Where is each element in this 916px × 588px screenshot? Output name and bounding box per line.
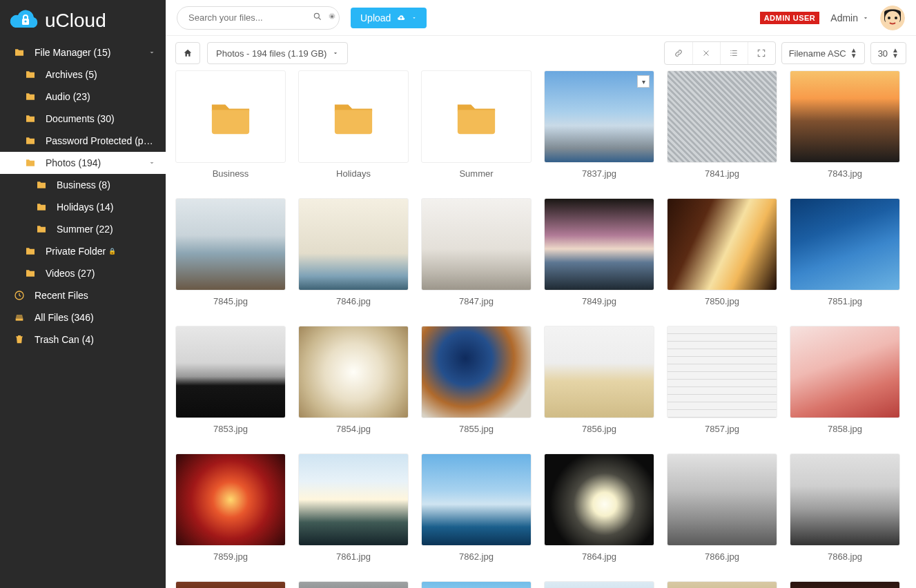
file-thumb [544,581,654,588]
folder-item[interactable]: Holidays [298,70,409,179]
pagesize-select[interactable]: 30 ▲▼ [870,42,906,64]
file-label: 7858.jpg [790,424,900,434]
nav-recent[interactable]: Recent Files [0,284,166,306]
cloud-upload-icon [396,14,406,22]
file-item[interactable] [544,581,654,588]
upload-button[interactable]: Upload [351,8,427,28]
file-item[interactable]: 7864.jpg [544,453,654,562]
file-item[interactable]: 7845.jpg [175,198,286,306]
file-thumb [544,198,654,291]
file-item[interactable] [790,581,900,588]
cloud-lock-icon [9,9,41,32]
search-input[interactable] [177,12,310,23]
file-thumb [175,326,286,418]
folder-thumb [298,70,409,163]
file-item[interactable]: 7854.jpg [298,326,409,434]
file-label: 7843.jpg [790,168,900,179]
list-view-button[interactable] [720,42,748,64]
file-item[interactable]: 7868.jpg [790,453,900,562]
file-label: 7845.jpg [175,296,286,306]
file-label: 7859.jpg [175,551,286,562]
file-item[interactable]: 7849.jpg [544,198,654,306]
file-item[interactable] [175,581,286,588]
file-item[interactable]: 7850.jpg [667,198,777,306]
file-label: 7866.jpg [667,551,777,562]
file-thumb [421,581,532,588]
file-label: 7853.jpg [175,424,286,434]
file-item[interactable]: 7851.jpg [790,198,900,306]
file-item[interactable]: 7843.jpg [790,70,900,179]
file-thumb [175,453,286,546]
link-button[interactable] [665,42,692,64]
sort-select[interactable]: Filename ASC ▲▼ [781,42,865,64]
file-item[interactable]: 7846.jpg [298,198,409,306]
nav-file-manager[interactable]: File Manager (15) [0,41,166,63]
sort-arrows-icon: ▲▼ [850,48,857,59]
file-item[interactable]: ▾7837.jpg [544,70,654,179]
nav-audio[interactable]: Audio (23) [0,86,166,108]
gear-icon[interactable] [324,12,339,23]
file-item[interactable]: 7859.jpg [175,453,286,562]
file-item[interactable]: 7857.jpg [667,326,777,434]
folder-icon [25,91,36,102]
brand-logo[interactable]: uCloud [0,0,166,41]
admin-badge: ADMIN USER [760,12,820,24]
lock-icon: 🔒 [108,248,116,255]
svg-point-1 [24,20,26,22]
file-thumb [790,453,900,546]
nav-private-folder[interactable]: Private Folder🔒 [0,240,166,262]
folder-icon [14,47,25,58]
file-label: 7846.jpg [298,296,409,306]
file-item[interactable] [667,581,777,588]
file-item[interactable]: 7861.jpg [298,453,409,562]
avatar[interactable] [880,6,905,30]
item-menu-button[interactable]: ▾ [637,75,650,88]
nav-business[interactable]: Business (8) [0,174,166,196]
close-icon [702,49,710,57]
file-thumb [667,453,777,546]
file-label: 7861.jpg [298,551,409,562]
folder-icon [332,99,375,135]
file-thumb [667,581,777,588]
caret-down-icon [411,15,417,21]
trash-icon [14,334,25,345]
nav-holidays[interactable]: Holidays (14) [0,196,166,218]
nav-password-protected[interactable]: Password Protected (pw: p... [0,130,166,152]
nav-videos[interactable]: Videos (27) [0,262,166,284]
file-item[interactable]: 7847.jpg [421,198,532,306]
brand-text: uCloud [45,10,106,32]
fullscreen-button[interactable] [748,42,775,64]
drive-icon [14,312,25,323]
search-icon[interactable] [310,12,324,23]
folder-item[interactable]: Summer [421,70,532,179]
breadcrumb-bar: Photos - 194 files (1.19 GB) Filename AS… [166,36,916,70]
nav-all-files[interactable]: All Files (346) [0,306,166,329]
home-icon [183,48,193,58]
folder-item[interactable]: Business [175,70,286,179]
file-item[interactable]: 7855.jpg [421,326,532,434]
file-label: 7851.jpg [790,296,900,306]
nav-photos[interactable]: Photos (194) [0,152,166,174]
nav-summer[interactable]: Summer (22) [0,218,166,240]
file-item[interactable]: 7856.jpg [544,326,654,434]
breadcrumb-home[interactable] [175,42,200,64]
breadcrumb-current[interactable]: Photos - 194 files (1.19 GB) [207,42,348,64]
file-item[interactable]: 7858.jpg [790,326,900,434]
close-button[interactable] [692,42,720,64]
file-item[interactable] [298,581,409,588]
nav-trash[interactable]: Trash Can (4) [0,329,166,351]
file-item[interactable]: 7853.jpg [175,326,286,434]
file-item[interactable]: 7866.jpg [667,453,777,562]
nav-documents[interactable]: Documents (30) [0,108,166,130]
file-thumb [421,198,532,291]
nav-archives[interactable]: Archives (5) [0,63,166,86]
file-item[interactable] [421,581,532,588]
svg-point-8 [895,17,897,19]
clock-icon [14,290,25,301]
file-item[interactable]: 7862.jpg [421,453,532,562]
file-thumb [298,326,409,418]
file-grid-scroll[interactable]: BusinessHolidaysSummer▾7837.jpg7841.jpg7… [166,70,916,588]
user-menu[interactable]: Admin [830,12,869,23]
file-thumb [421,326,532,418]
file-item[interactable]: 7841.jpg [667,70,777,179]
